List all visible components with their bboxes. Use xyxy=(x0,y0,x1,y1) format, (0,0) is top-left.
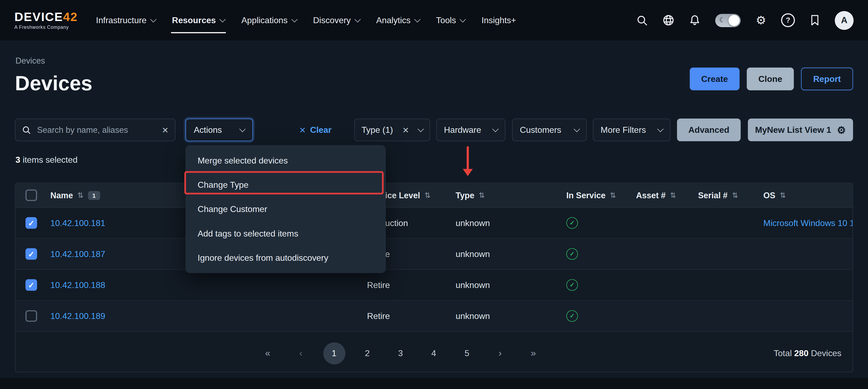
nav-item-infrastructure[interactable]: Infrastructure xyxy=(88,0,164,40)
table-row: ✓ 10.42.100.188 Retire unknown ✓ xyxy=(16,270,852,301)
theme-toggle[interactable]: ☾ xyxy=(715,13,741,27)
in-service-check-icon: ✓ xyxy=(566,279,578,291)
sort-icon[interactable]: ⇅ xyxy=(78,191,84,199)
clear-filters-link[interactable]: × Clear xyxy=(299,119,332,141)
device42-app: DEVICE42 A Freshworks Company Infrastruc… xyxy=(0,0,868,389)
page-2-button[interactable]: 2 xyxy=(356,342,378,364)
menu-item-change-customer[interactable]: Change Customer xyxy=(186,197,386,221)
brand-name-accent: 42 xyxy=(63,10,78,24)
row-checkbox[interactable]: ✓ xyxy=(26,217,37,229)
help-icon[interactable]: ? xyxy=(781,13,795,27)
prev-page-button[interactable]: ‹ xyxy=(290,342,312,364)
sort-icon[interactable]: ⇅ xyxy=(610,191,616,199)
gear-icon[interactable]: ⚙ xyxy=(756,14,766,26)
column-header-serial[interactable]: Serial # ⇅ xyxy=(688,190,753,200)
page-1-button[interactable]: 1 xyxy=(323,342,345,364)
sort-priority-badge: 1 xyxy=(88,191,100,200)
nav-label: Insights+ xyxy=(482,16,516,25)
create-button[interactable]: Create xyxy=(689,68,740,90)
page-5-button[interactable]: 5 xyxy=(456,342,478,364)
pagination: « ‹ 1 2 3 4 5 › » xyxy=(256,342,545,364)
help-question-mark: ? xyxy=(781,13,795,27)
table-row: ✓ 10.42.100.187 Retire unknown ✓ xyxy=(16,239,852,270)
selection-count: 3 xyxy=(16,155,21,164)
clear-label: Clear xyxy=(310,125,332,135)
bookmark-icon[interactable] xyxy=(810,14,820,26)
menu-item-merge-selected-devices[interactable]: Merge selected devices xyxy=(186,148,386,173)
more-filters-dropdown[interactable]: More Filters xyxy=(593,119,671,141)
search-icon xyxy=(22,125,31,134)
total-prefix: Total xyxy=(774,348,794,358)
nav-item-insights[interactable]: Insights+ xyxy=(473,0,524,40)
sort-icon[interactable]: ⇅ xyxy=(479,191,485,199)
last-page-button[interactable]: » xyxy=(522,342,545,364)
annotation-arrow-head xyxy=(463,169,473,176)
nav-item-resources[interactable]: Resources xyxy=(164,0,233,40)
gear-icon[interactable]: ⚙ xyxy=(837,125,846,135)
os-link[interactable]: Microsoft Windows 10 170 xyxy=(763,218,852,228)
globe-icon[interactable] xyxy=(663,14,675,26)
actions-dropdown[interactable]: Actions xyxy=(186,119,253,141)
toggle-knob xyxy=(728,14,740,26)
column-header-asset[interactable]: Asset # ⇅ xyxy=(626,190,688,200)
page-3-button[interactable]: 3 xyxy=(389,342,411,364)
brand-name: DEVICE42 xyxy=(14,11,78,23)
chevron-down-icon xyxy=(460,16,466,22)
list-view-button[interactable]: MyNew List View 1 ⚙ xyxy=(748,119,853,141)
advanced-button[interactable]: Advanced xyxy=(677,119,741,141)
row-checkbox[interactable] xyxy=(26,310,37,322)
menu-item-ignore-devices[interactable]: Ignore devices from autodiscovery xyxy=(186,246,386,270)
menu-item-change-type[interactable]: Change Type xyxy=(186,173,386,197)
hardware-dropdown[interactable]: Hardware xyxy=(436,119,505,141)
brand-tagline: A Freshworks Company xyxy=(14,25,78,29)
in-service-check-icon: ✓ xyxy=(566,248,578,260)
nav-item-discovery[interactable]: Discovery xyxy=(305,0,368,40)
select-all-checkbox[interactable] xyxy=(26,189,37,201)
menu-item-add-tags[interactable]: Add tags to selected items xyxy=(186,221,386,246)
customers-dropdown[interactable]: Customers xyxy=(512,119,587,141)
sort-icon[interactable]: ⇅ xyxy=(670,191,676,199)
column-header-type[interactable]: Type ⇅ xyxy=(445,190,556,200)
nav-item-analytics[interactable]: Analytics xyxy=(368,0,428,40)
chevron-down-icon xyxy=(219,16,226,22)
nav-item-tools[interactable]: Tools xyxy=(428,0,473,40)
page-4-button[interactable]: 4 xyxy=(423,342,445,364)
close-icon: × xyxy=(299,125,306,135)
column-header-os[interactable]: OS ⇅ xyxy=(753,190,852,200)
chevron-down-icon xyxy=(657,125,663,132)
user-avatar[interactable]: A xyxy=(835,11,854,30)
nav-item-applications[interactable]: Applications xyxy=(233,0,305,40)
first-page-button[interactable]: « xyxy=(256,342,279,364)
report-button[interactable]: Report xyxy=(801,68,853,90)
device-name-link[interactable]: 10.42.100.181 xyxy=(50,218,105,228)
service-level-value: Retire xyxy=(367,311,390,321)
remove-chip-icon[interactable]: × xyxy=(403,125,409,135)
sort-icon[interactable]: ⇅ xyxy=(732,191,738,199)
sort-icon[interactable]: ⇅ xyxy=(780,191,786,199)
chip-label: Type (1) xyxy=(362,125,393,135)
row-checkbox[interactable]: ✓ xyxy=(26,279,37,291)
clear-search-icon[interactable]: × xyxy=(162,125,168,135)
column-header-in-service[interactable]: In Service ⇅ xyxy=(556,190,626,200)
type-filter-chip[interactable]: Type (1) × xyxy=(354,119,430,141)
row-checkbox[interactable]: ✓ xyxy=(26,248,37,260)
chevron-down-icon xyxy=(492,125,499,132)
moon-icon: ☾ xyxy=(719,16,725,24)
brand-logo[interactable]: DEVICE42 A Freshworks Company xyxy=(14,11,78,30)
device-name-link[interactable]: 10.42.100.189 xyxy=(50,311,105,321)
select-all-cell xyxy=(16,189,41,201)
table-body: ✓ 10.42.100.181 Production unknown ✓ Mic… xyxy=(16,208,852,332)
chevron-down-icon xyxy=(414,16,420,22)
search-icon[interactable] xyxy=(637,14,648,26)
nav-label: Discovery xyxy=(313,16,351,25)
clone-button[interactable]: Clone xyxy=(747,68,794,90)
bell-icon[interactable] xyxy=(689,14,700,26)
next-page-button[interactable]: › xyxy=(489,342,511,364)
topbar-actions: ☾ ⚙ ? A xyxy=(637,11,854,30)
type-value: unknown xyxy=(456,311,490,321)
search-input[interactable] xyxy=(36,125,157,135)
type-value: unknown xyxy=(456,280,490,290)
sort-icon[interactable]: ⇅ xyxy=(425,191,431,199)
device-name-link[interactable]: 10.42.100.187 xyxy=(50,249,105,259)
device-name-link[interactable]: 10.42.100.188 xyxy=(50,280,105,290)
